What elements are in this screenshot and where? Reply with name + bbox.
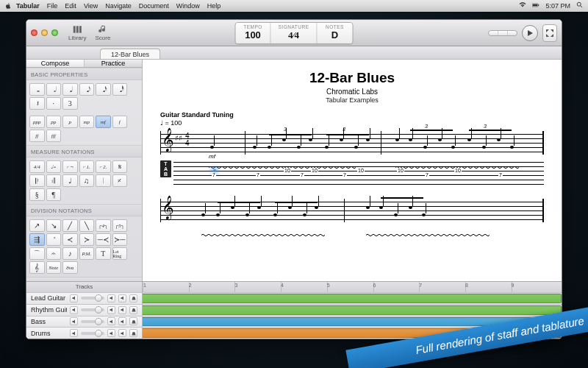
notes-meter[interactable]: NOTES D (317, 23, 352, 43)
dur-32nd[interactable]: 𝅘𝅥𝅰 (112, 83, 128, 96)
spotlight-icon[interactable] (576, 1, 584, 10)
div-13[interactable]: 𝄐 (46, 247, 62, 260)
mute-icon[interactable] (107, 306, 115, 314)
div-t[interactable]: T (96, 247, 111, 260)
speaker-icon[interactable] (70, 317, 78, 325)
play-button[interactable] (522, 25, 538, 41)
dur-eighth[interactable]: 𝅘𝅥𝅮 (79, 83, 95, 96)
meas-sig[interactable]: 4/4 (29, 160, 45, 173)
volume-slider[interactable] (81, 297, 104, 300)
document-tab[interactable]: 12-Bar Blues (100, 49, 160, 59)
speaker-icon[interactable] (70, 329, 78, 337)
dur-half[interactable]: 𝅗𝅥 (46, 83, 62, 96)
volume-slider[interactable] (81, 308, 104, 311)
solo-icon[interactable] (118, 317, 126, 325)
dyn-ff[interactable]: ff (29, 130, 45, 142)
mute-icon[interactable] (107, 317, 115, 325)
headphones-icon[interactable] (129, 306, 137, 314)
div-10[interactable]: ─≺ (96, 233, 111, 246)
score-canvas[interactable]: 12-Bar Blues Chromatic Labs Tabular Exam… (143, 60, 562, 281)
metronome-button[interactable] (508, 31, 517, 35)
div-vibrato[interactable]: ⇶ (29, 233, 45, 246)
meas-end1[interactable]: ⌐1. (79, 160, 95, 173)
meas-q[interactable]: ♩ (62, 174, 78, 187)
meas-end2[interactable]: ⌐2. (96, 160, 111, 173)
dyn-f[interactable]: f (112, 116, 128, 128)
meas-tempo[interactable]: ♩= (46, 160, 62, 173)
meas-bar[interactable]: 𝄀 (96, 174, 111, 187)
div-3[interactable]: ╲ (79, 219, 95, 232)
menu-edit[interactable]: Edit (65, 2, 76, 10)
div-0[interactable]: ↗ (29, 219, 45, 232)
dur-whole[interactable]: 𝅝 (29, 83, 45, 96)
fullscreen-button[interactable] (542, 24, 557, 42)
div-clef[interactable]: 𝄞 (29, 261, 45, 274)
dur-rest[interactable]: 𝄽 (29, 97, 45, 110)
dur-dot[interactable]: · (46, 97, 62, 110)
track-row[interactable]: Bass (26, 316, 562, 328)
score-button[interactable]: Score (90, 24, 115, 42)
div-letring[interactable]: Let Ring (112, 247, 128, 260)
meas-repe[interactable]: 𝄇 (46, 174, 62, 187)
track-lane[interactable] (143, 293, 562, 304)
menu-help[interactable]: Help (207, 2, 221, 10)
window-minimize-button[interactable] (41, 29, 48, 36)
dyn-fff[interactable]: fff (46, 130, 62, 142)
volume-slider[interactable] (81, 332, 104, 335)
menu-view[interactable]: View (84, 2, 98, 10)
solo-icon[interactable] (118, 306, 126, 314)
div-2[interactable]: ╱ (62, 219, 78, 232)
track-clip[interactable] (143, 294, 562, 303)
apple-icon[interactable] (4, 2, 12, 10)
tracks-ruler[interactable]: 1 2 3 4 5 6 7 8 9 (143, 282, 562, 292)
headphones-icon[interactable] (129, 329, 137, 337)
div-5[interactable]: ┌5┐ (112, 219, 128, 232)
dyn-mf[interactable]: mf (96, 116, 111, 128)
speaker-icon[interactable] (70, 294, 78, 302)
headphones-icon[interactable] (129, 317, 137, 325)
div-14[interactable]: ♪ (62, 247, 78, 260)
mute-icon[interactable] (107, 294, 115, 302)
loop-button[interactable] (498, 31, 508, 35)
window-close-button[interactable] (31, 29, 37, 36)
div-note[interactable]: Note (46, 261, 62, 274)
div-pm[interactable]: P.M. (79, 247, 95, 260)
dur-16th[interactable]: 𝅘𝅥𝅯 (96, 83, 111, 96)
track-lane[interactable] (143, 305, 562, 316)
div-1[interactable]: ↘ (46, 219, 62, 232)
meas-para[interactable]: ¶ (46, 188, 62, 201)
menu-file[interactable]: File (47, 2, 58, 10)
div-8va[interactable]: 8va (62, 261, 78, 274)
dyn-mp[interactable]: mp (79, 116, 95, 128)
battery-icon[interactable] (532, 1, 539, 10)
solo-icon[interactable] (118, 294, 126, 302)
div-4[interactable]: ┌4┐ (96, 219, 111, 232)
dyn-p[interactable]: p (62, 116, 78, 128)
volume-slider[interactable] (81, 320, 104, 323)
meas-reps[interactable]: 𝄆 (29, 174, 45, 187)
track-clip[interactable] (143, 305, 562, 315)
div-8[interactable]: ≺ (62, 233, 78, 246)
menu-navigate[interactable]: Navigate (105, 2, 132, 10)
tempo-meter[interactable]: TEMPO 100 (236, 23, 271, 43)
signature-meter[interactable]: SIGNATURE 4⁄4 (271, 23, 318, 43)
div-12[interactable]: ⌒ (29, 247, 45, 260)
meas-br1[interactable]: ⌐¬ (62, 160, 78, 173)
dur-quarter[interactable]: 𝅘𝅥 (62, 83, 78, 96)
mute-icon[interactable] (107, 329, 115, 337)
meas-segno[interactable]: 𝄋 (112, 160, 128, 173)
meas-rest[interactable]: 𝄎 (112, 174, 128, 187)
menu-document[interactable]: Document (139, 2, 169, 10)
track-row[interactable]: Lead Guitar (26, 292, 562, 304)
window-zoom-button[interactable] (51, 29, 58, 36)
meas-8p[interactable]: ♫ (79, 174, 95, 187)
menu-app-name[interactable]: Tabular (16, 2, 40, 10)
menu-window[interactable]: Window (176, 2, 200, 10)
div-9[interactable]: ≻ (79, 233, 95, 246)
headphones-icon[interactable] (129, 294, 137, 302)
dur-tuplet[interactable]: 3 (62, 97, 78, 110)
rewind-button[interactable] (489, 31, 498, 35)
solo-icon[interactable] (118, 329, 126, 337)
dyn-pp[interactable]: pp (46, 116, 62, 128)
tab-compose[interactable]: Compose (26, 60, 85, 67)
